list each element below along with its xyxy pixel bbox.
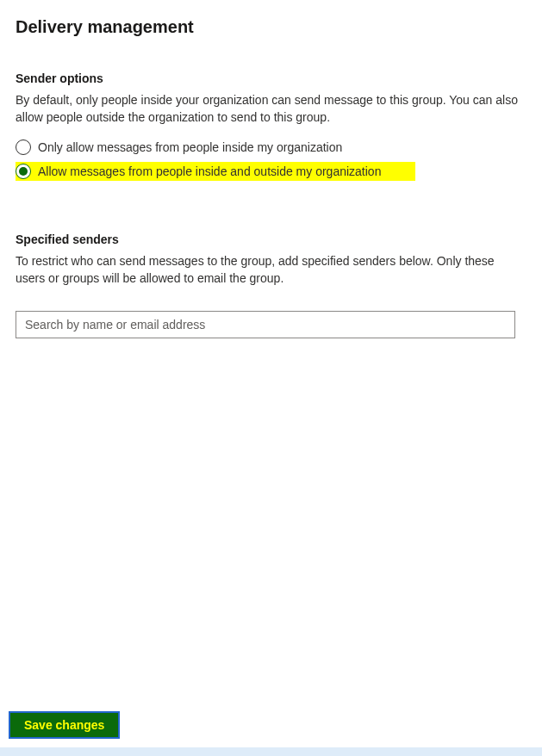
- specified-senders-section: Specified senders To restrict who can se…: [16, 232, 526, 338]
- specified-senders-description: To restrict who can send messages to the…: [16, 253, 526, 287]
- radio-inside-outside[interactable]: Allow messages from people inside and ou…: [16, 162, 415, 181]
- radio-inside-only[interactable]: Only allow messages from people inside m…: [16, 138, 526, 157]
- save-changes-button[interactable]: Save changes: [9, 711, 120, 739]
- radio-dot-icon: [19, 167, 28, 176]
- bottom-strip: [0, 747, 542, 756]
- page-title: Delivery management: [16, 17, 526, 37]
- sender-options-description: By default, only people inside your orga…: [16, 92, 526, 126]
- sender-options-heading: Sender options: [16, 71, 526, 85]
- sender-options-section: Sender options By default, only people i…: [16, 71, 526, 181]
- footer: Save changes: [0, 711, 542, 756]
- radio-unselected-icon: [16, 139, 31, 155]
- radio-inside-outside-label: Allow messages from people inside and ou…: [38, 164, 381, 178]
- sender-options-radio-group: Only allow messages from people inside m…: [16, 138, 526, 181]
- specified-senders-search-input[interactable]: [16, 311, 515, 338]
- radio-inside-only-label: Only allow messages from people inside m…: [38, 140, 342, 154]
- specified-senders-heading: Specified senders: [16, 232, 526, 246]
- radio-selected-icon: [16, 164, 31, 179]
